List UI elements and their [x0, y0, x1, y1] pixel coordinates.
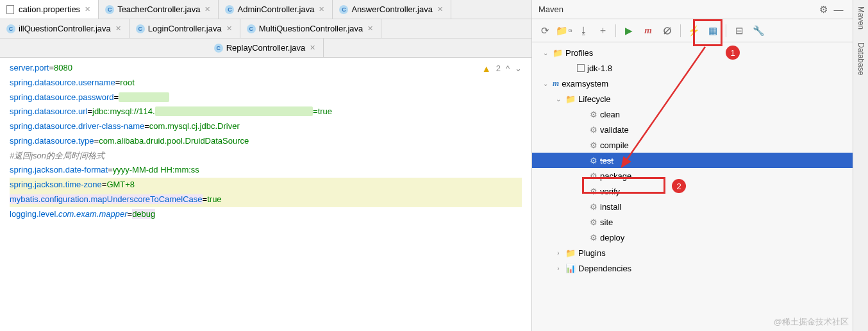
add-icon[interactable]: ＋ [595, 23, 610, 38]
tree-label: examsystem [562, 79, 608, 89]
lifecycle-goal-clean[interactable]: ⚙clean [532, 106, 853, 122]
close-icon[interactable]: ✕ [114, 24, 122, 33]
chevron-icon: ⌄ [541, 80, 550, 87]
download-icon[interactable]: ⭳ [576, 23, 591, 38]
profiles-icon: 📁 [553, 48, 563, 58]
code-line[interactable]: spring.datasource.url=jdbc:mysql://114.x… [10, 105, 522, 119]
lifecycle-goal-deploy[interactable]: ⚙deploy [532, 230, 853, 245]
toggle-offline-icon[interactable] [660, 23, 675, 38]
code-line[interactable]: logging.level.com.exam.mapper=debug [10, 207, 522, 222]
tab-label: ReplayController.java [226, 43, 306, 53]
annotation-bubble-2: 2 [672, 179, 686, 193]
tree-label: Profiles [565, 48, 593, 58]
plugins-node[interactable]: ›📁Plugins [532, 245, 853, 260]
prev-highlight-icon[interactable]: ^ [506, 62, 510, 76]
execute-goal-icon[interactable]: m [640, 23, 656, 38]
code-line[interactable]: spring.datasource.password=xxxxxx [10, 90, 522, 105]
skip-tests-icon[interactable]: ⚡ [686, 23, 701, 38]
project-node[interactable]: ⌄mexamsystem [532, 76, 853, 91]
tab-label: AnswerController.java [351, 4, 432, 14]
profiles-node[interactable]: ⌄📁Profiles [532, 45, 853, 60]
watermark-text: @稀土掘金技术社区 [774, 316, 849, 328]
tree-label: test [600, 156, 613, 166]
side-tab-database[interactable]: Database [856, 42, 865, 75]
java-class-icon [247, 24, 256, 33]
close-icon[interactable]: ✕ [366, 24, 374, 33]
close-icon[interactable]: ✕ [203, 5, 212, 13]
code-line[interactable]: spring.jackson.time-zone=GMT+8 [10, 178, 522, 192]
tree-label: jdk-1.8 [587, 64, 612, 73]
editor-tab[interactable]: ReplayController.java✕ [208, 38, 324, 57]
close-icon[interactable]: ✕ [83, 5, 92, 13]
next-highlight-icon[interactable]: ⌄ [515, 62, 522, 76]
gear-icon: ⚙ [590, 156, 597, 166]
run-icon[interactable]: ▶ [621, 23, 637, 38]
editor-tab[interactable]: TeacherController.java✕ [99, 0, 219, 19]
gear-icon: ⚙ [590, 187, 597, 196]
tab-label: TeacherController.java [117, 4, 200, 14]
code-line[interactable]: spring.datasource.username=root [10, 76, 522, 90]
code-line[interactable]: #返回json的全局时间格式 [10, 149, 522, 164]
code-line[interactable]: server.port=8080 [10, 61, 522, 76]
settings-icon[interactable]: 🔧 [751, 23, 766, 38]
chevron-icon: › [554, 265, 563, 272]
tree-label: clean [600, 110, 620, 119]
lifecycle-goal-compile[interactable]: ⚙compile [532, 137, 853, 153]
chevron-icon: › [554, 250, 563, 257]
code-line[interactable]: spring.jackson.date-format=yyyy-MM-dd HH… [10, 163, 522, 178]
java-class-icon [214, 44, 223, 53]
lifecycle-goal-verify[interactable]: ⚙verify [532, 183, 853, 199]
side-tab-maven[interactable]: Maven [856, 6, 865, 30]
maven-toolbar: ⟳ 📁G ⭳ ＋ ▶ m ⚡ ▦ ⊟ 🔧 [532, 19, 853, 42]
editor-tab[interactable]: AdminController.java✕ [219, 0, 333, 19]
gear-icon: ⚙ [590, 233, 597, 242]
inspection-badge[interactable]: ▲ 2 ^ ⌄ [482, 61, 522, 77]
lifecycle-goal-package[interactable]: ⚙package [532, 168, 853, 183]
editor-tab[interactable]: LoginController.java✕ [129, 19, 240, 38]
editor-tab[interactable]: cation.properties✕ [0, 0, 99, 19]
close-icon[interactable]: ✕ [225, 24, 233, 33]
tree-label: validate [600, 125, 629, 135]
tree-label: site [600, 217, 613, 227]
editor-tab[interactable]: MultiQuestionController.java✕ [240, 19, 382, 38]
dependencies-node[interactable]: ›📊Dependencies [532, 260, 853, 276]
lifecycle-node[interactable]: ⌄📁Lifecycle [532, 91, 853, 106]
java-class-icon [339, 5, 348, 14]
warning-count: 2 [496, 62, 501, 76]
tab-label: MultiQuestionController.java [259, 24, 363, 33]
editor-tab[interactable]: AnswerController.java✕ [333, 0, 451, 19]
hide-icon[interactable]: — [831, 2, 846, 17]
lifecycle-goal-test[interactable]: ⚙test [532, 153, 853, 168]
code-line[interactable]: mybatis.configuration.mapUnderscoreToCam… [10, 192, 522, 207]
tab-label: illQuestionController.java [19, 24, 111, 33]
tree-label: compile [600, 140, 629, 150]
properties-file-icon [6, 5, 15, 14]
lifecycle-goal-site[interactable]: ⚙site [532, 214, 853, 230]
tab-label: cation.properties [19, 4, 80, 14]
code-line[interactable]: spring.datasource.driver-class-name=com.… [10, 119, 522, 134]
refresh-icon[interactable]: ⟳ [537, 23, 553, 38]
tree-label: Dependencies [578, 264, 631, 273]
close-icon[interactable]: ✕ [436, 5, 444, 13]
profile-item[interactable]: jdk-1.8 [532, 60, 853, 76]
editor-tab[interactable]: illQuestionController.java✕ [0, 19, 129, 38]
tree-label: install [600, 202, 621, 212]
tree-label: package [600, 171, 631, 181]
lifecycle-goal-install[interactable]: ⚙install [532, 199, 853, 214]
chevron-icon: ⌄ [554, 96, 563, 103]
editor-body[interactable]: ▲ 2 ^ ⌄ server.port=8080spring.datasourc… [0, 58, 531, 331]
java-class-icon [136, 24, 145, 33]
checkbox[interactable] [577, 64, 585, 72]
tree-label: verify [600, 187, 620, 196]
code-line[interactable]: spring.datasource.type=com.alibaba.druid… [10, 134, 522, 149]
show-deps-icon[interactable]: ▦ [705, 23, 721, 38]
close-icon[interactable]: ✕ [308, 44, 317, 52]
tree-label: deploy [600, 233, 624, 242]
generate-sources-icon[interactable]: 📁G [556, 23, 572, 38]
collapse-icon[interactable]: ⊟ [731, 23, 747, 38]
tree-label: Plugins [578, 248, 606, 258]
gear-icon[interactable]: ⚙ [815, 2, 831, 17]
close-icon[interactable]: ✕ [317, 5, 326, 13]
lifecycle-goal-validate[interactable]: ⚙validate [532, 122, 853, 137]
maven-project-icon: m [553, 78, 559, 89]
